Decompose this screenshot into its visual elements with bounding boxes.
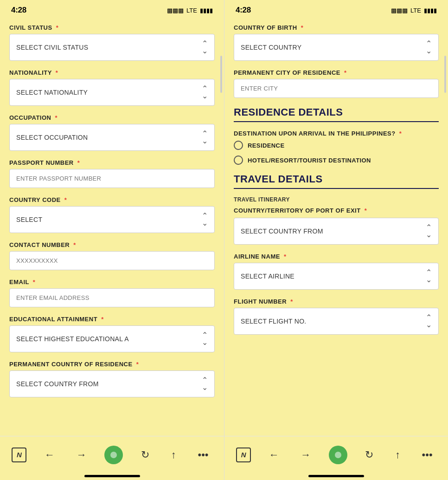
destination-radio-group: RESIDENCE HOTEL/RESORT/TOURIST DESTINATI…: [234, 141, 439, 165]
share-button-right[interactable]: ↑: [391, 445, 404, 465]
civil-status-value: SELECT CIVIL STATUS: [16, 44, 88, 51]
share-button-left[interactable]: ↑: [167, 445, 180, 465]
left-scroll-content[interactable]: CIVIL STATUS * SELECT CIVIL STATUS ⌃⌄ NA…: [0, 20, 224, 436]
radio-residence-label: RESIDENCE: [248, 142, 284, 149]
country-code-select[interactable]: SELECT ⌃⌄: [9, 206, 215, 233]
signal-icon: ▩▩▩: [167, 7, 184, 14]
country-birth-label: COUNTRY OF BIRTH *: [234, 24, 439, 31]
perm-country-group: PERMANENT COUNTRY OF RESIDENCE * SELECT …: [9, 361, 215, 397]
perm-country-select[interactable]: SELECT COUNTRY FROM ⌃⌄: [9, 370, 215, 397]
radio-residence-option[interactable]: RESIDENCE: [234, 141, 439, 150]
home-button-right[interactable]: [329, 446, 347, 464]
flight-group: FLIGHT NUMBER * SELECT FLIGHT NO. ⌃⌄: [234, 298, 439, 335]
occupation-group: OCCUPATION * SELECT OCCUPATION ⌃⌄: [9, 114, 215, 151]
reload-button-right[interactable]: ↻: [361, 445, 377, 465]
perm-country-label: PERMANENT COUNTRY OF RESIDENCE *: [9, 361, 215, 368]
email-label: EMAIL *: [9, 279, 215, 285]
radio-hotel-circle: [234, 156, 243, 165]
contact-group: CONTACT NUMBER *: [9, 241, 215, 270]
destination-label: DESTINATION UPON ARRIVAL IN THE PHILIPPI…: [234, 130, 439, 138]
country-code-chevron: ⌃⌄: [202, 212, 208, 227]
residence-section-title: RESIDENCE DETAILS: [234, 106, 439, 122]
occupation-select[interactable]: SELECT OCCUPATION ⌃⌄: [9, 124, 215, 151]
left-time: 4:28: [11, 6, 26, 15]
flight-chevron: ⌃⌄: [426, 314, 432, 329]
nationality-select[interactable]: SELECT NATIONALITY ⌃⌄: [9, 79, 215, 106]
left-home-bar: [84, 475, 140, 477]
radio-hotel-option[interactable]: HOTEL/RESORT/TOURIST DESTINATION: [234, 156, 439, 165]
more-button-right[interactable]: •••: [418, 445, 436, 465]
occupation-value: SELECT OCCUPATION: [16, 134, 88, 141]
email-required: *: [33, 279, 36, 285]
airline-label: AIRLINE NAME *: [234, 253, 439, 260]
passport-input[interactable]: [9, 169, 215, 188]
back-button-left[interactable]: ←: [41, 445, 58, 465]
n-badge-right: N: [236, 448, 251, 462]
education-group: EDUCATIONAL ATTAINMENT * SELECT HIGHEST …: [9, 316, 215, 352]
destination-required: *: [399, 130, 402, 137]
country-code-value: SELECT: [16, 216, 42, 223]
nationality-label: NATIONALITY *: [9, 69, 215, 76]
nationality-chevron: ⌃⌄: [202, 85, 208, 100]
education-select[interactable]: SELECT HIGHEST EDUCATIONAL A ⌃⌄: [9, 325, 215, 352]
country-birth-select[interactable]: SELECT COUNTRY ⌃⌄: [234, 34, 439, 61]
right-battery-icon: ▮▮▮▮: [424, 7, 437, 14]
left-scrollbar-thumb[interactable]: [220, 56, 222, 93]
perm-city-input[interactable]: [234, 79, 439, 98]
education-value: SELECT HIGHEST EDUCATIONAL A: [16, 335, 129, 343]
education-label: EDUCATIONAL ATTAINMENT *: [9, 316, 215, 323]
perm-country-chevron: ⌃⌄: [202, 376, 208, 391]
left-status-bar: 4:28 ▩▩▩ LTE ▮▮▮▮: [0, 0, 224, 20]
flight-value: SELECT FLIGHT NO.: [241, 318, 307, 325]
civil-status-select[interactable]: SELECT CIVIL STATUS ⌃⌄: [9, 34, 215, 61]
perm-city-group: PERMANENT CITY OF RESIDENCE *: [234, 69, 439, 98]
n-badge-left: N: [12, 448, 26, 462]
radio-residence-circle: [234, 141, 243, 150]
flight-select[interactable]: SELECT FLIGHT NO. ⌃⌄: [234, 308, 439, 335]
country-code-required: *: [64, 196, 67, 203]
right-bottom-bar: N ← → ↻ ↑ •••: [224, 436, 448, 473]
country-birth-chevron: ⌃⌄: [426, 40, 432, 55]
contact-input[interactable]: [9, 251, 215, 270]
more-button-left[interactable]: •••: [194, 445, 212, 465]
left-bottom-bar: N ← → ↻ ↑ •••: [0, 436, 224, 473]
email-input[interactable]: [9, 288, 215, 307]
right-scrollbar-thumb[interactable]: [444, 56, 446, 93]
flight-required: *: [290, 298, 293, 305]
passport-required: *: [77, 159, 80, 166]
flight-label: FLIGHT NUMBER *: [234, 298, 439, 305]
home-button-left[interactable]: [104, 446, 123, 464]
right-status-bar: 4:28 ▩▩▩ LTE ▮▮▮▮: [224, 0, 448, 20]
contact-label: CONTACT NUMBER *: [9, 241, 215, 248]
lte-label: LTE: [186, 7, 197, 14]
education-chevron: ⌃⌄: [202, 331, 208, 346]
perm-country-value: SELECT COUNTRY FROM: [16, 380, 99, 388]
left-status-icons: ▩▩▩ LTE ▮▮▮▮: [167, 7, 213, 14]
passport-group: PASSPORT NUMBER *: [9, 159, 215, 188]
perm-city-required: *: [344, 69, 347, 76]
right-status-icons: ▩▩▩ LTE ▮▮▮▮: [391, 7, 437, 14]
occupation-label: OCCUPATION *: [9, 114, 215, 121]
right-time: 4:28: [236, 6, 251, 15]
port-exit-select[interactable]: SELECT COUNTRY FROM ⌃⌄: [234, 218, 439, 245]
reload-button-left[interactable]: ↻: [137, 445, 153, 465]
perm-country-required: *: [136, 361, 139, 368]
forward-button-left[interactable]: →: [73, 445, 90, 465]
right-home-bar: [308, 475, 364, 477]
back-button-right[interactable]: ←: [265, 445, 283, 465]
radio-hotel-label: HOTEL/RESORT/TOURIST DESTINATION: [248, 157, 371, 164]
airline-select[interactable]: SELECT AIRLINE ⌃⌄: [234, 263, 439, 290]
airline-group: AIRLINE NAME * SELECT AIRLINE ⌃⌄: [234, 253, 439, 290]
port-exit-chevron: ⌃⌄: [426, 224, 432, 239]
forward-button-right[interactable]: →: [297, 445, 314, 465]
occupation-required: *: [55, 114, 58, 121]
nationality-required: *: [56, 69, 58, 76]
civil-status-required: *: [56, 24, 59, 31]
right-lte-label: LTE: [410, 7, 421, 14]
passport-label: PASSPORT NUMBER *: [9, 159, 215, 166]
right-scroll-content[interactable]: COUNTRY OF BIRTH * SELECT COUNTRY ⌃⌄ PER…: [224, 20, 448, 436]
port-exit-label: COUNTRY/TERRITORY OF PORT OF EXIT *: [234, 207, 439, 215]
port-exit-value: SELECT COUNTRY FROM: [241, 227, 323, 235]
email-group: EMAIL *: [9, 279, 215, 307]
country-birth-required: *: [301, 24, 304, 31]
